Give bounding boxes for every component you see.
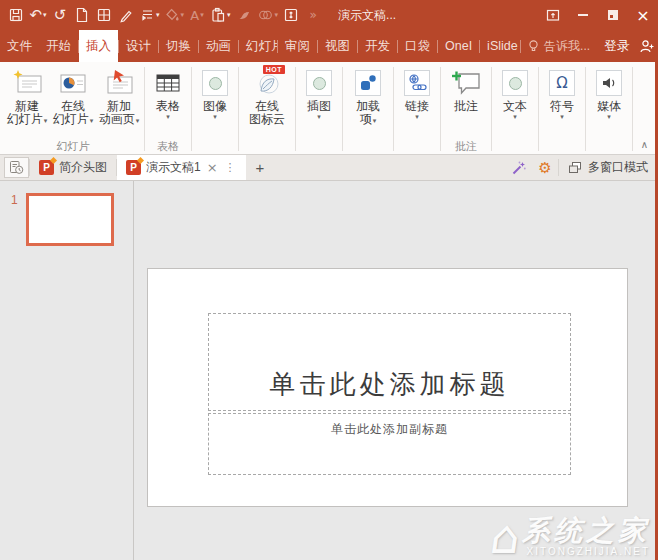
- tab-view[interactable]: 视图: [318, 30, 357, 62]
- title-placeholder[interactable]: 单击此处添加标题: [208, 313, 571, 411]
- person-plus-icon: [639, 39, 655, 54]
- font-color-dropdown-caret[interactable]: ▾: [200, 11, 204, 19]
- tab-animations[interactable]: 动画: [199, 30, 238, 62]
- tab-design[interactable]: 设计: [119, 30, 158, 62]
- undo-dropdown-caret[interactable]: ▾: [43, 11, 47, 19]
- tab-islide[interactable]: iSlide: [480, 30, 520, 62]
- list-settings-button[interactable]: ▾: [137, 2, 162, 28]
- save-button[interactable]: [5, 2, 27, 28]
- ribbon-group-icon-cloud: HOT 在线 图标云: [241, 64, 293, 154]
- online-icon-cloud-button[interactable]: HOT 在线 图标云: [241, 64, 293, 139]
- dropdown-caret[interactable]: ▾: [317, 113, 321, 121]
- dropdown-caret[interactable]: ▾: [607, 113, 611, 121]
- sign-in-button[interactable]: 登录: [596, 30, 637, 62]
- tab-review[interactable]: 审阅: [278, 30, 317, 62]
- combine-shapes-button[interactable]: ▾: [255, 2, 281, 28]
- links-button[interactable]: 链接 ▾: [396, 64, 438, 139]
- doc-tab-menu-icon[interactable]: ⋮: [224, 161, 237, 174]
- ribbon-divider: [585, 67, 586, 151]
- dropdown-caret[interactable]: ▾: [136, 117, 140, 125]
- ribbon-divider: [295, 67, 296, 151]
- maximize-button[interactable]: [598, 0, 628, 30]
- list-settings-dropdown-caret[interactable]: ▾: [156, 11, 160, 19]
- new-animation-page-button[interactable]: 新加 动画页▾: [96, 64, 142, 139]
- doc-tab-presentation1[interactable]: P 演示文稿1 × ⋮: [117, 155, 246, 180]
- collapse-ribbon-button[interactable]: ∧: [641, 139, 648, 150]
- table-button[interactable]: 表格 ▾: [147, 64, 189, 139]
- fit-window-button[interactable]: [280, 2, 302, 28]
- new-doc-tab-button[interactable]: +: [246, 155, 275, 180]
- dropdown-caret[interactable]: ▾: [373, 117, 377, 125]
- screen-switch-button[interactable]: [538, 0, 568, 30]
- layout-grid-button[interactable]: [93, 2, 115, 28]
- magic-wand-icon: [511, 160, 527, 176]
- combine-shapes-dropdown-caret[interactable]: ▾: [275, 11, 279, 19]
- doc-tab-intro[interactable]: P 简介头图: [30, 155, 116, 180]
- multi-window-mode-button[interactable]: 多窗口模式: [559, 155, 658, 180]
- spark-icon: [50, 157, 57, 164]
- dropdown-caret[interactable]: ▾: [415, 113, 419, 121]
- tab-developer[interactable]: 开发: [358, 30, 397, 62]
- ribbon-group-image: 图像 ▾: [194, 64, 236, 154]
- minimize-icon: [578, 14, 588, 16]
- tab-insert[interactable]: 插入: [79, 30, 118, 62]
- paste-icon: [210, 7, 226, 23]
- symbol-button[interactable]: Ω 符号 ▾: [541, 64, 583, 139]
- subtitle-placeholder-text: 单击此处添加副标题: [331, 422, 448, 436]
- slide-thumbnail[interactable]: [26, 193, 114, 246]
- button-label: 动画页: [99, 112, 135, 126]
- dropdown-caret[interactable]: ▾: [213, 113, 217, 121]
- tab-file[interactable]: 文件: [0, 30, 39, 62]
- minimize-button[interactable]: [568, 0, 598, 30]
- add-ins-button[interactable]: 加载 项▾: [345, 64, 391, 139]
- comment-button[interactable]: 批注: [443, 64, 489, 139]
- slide-canvas[interactable]: 单击此处添加标题 单击此处添加副标题: [147, 268, 628, 507]
- ribbon-group-slides: 新建 幻灯片▾ 在线 幻灯片▾ 新加 动画页▾ 幻灯片: [4, 64, 142, 154]
- close-doc-tab-icon[interactable]: ×: [206, 160, 219, 175]
- dropdown-caret[interactable]: ▾: [90, 117, 94, 125]
- tab-onei[interactable]: OneI: [438, 30, 479, 62]
- close-button[interactable]: ×: [628, 0, 658, 30]
- dropdown-caret[interactable]: ▾: [560, 113, 564, 121]
- multi-window-label: 多窗口模式: [588, 159, 648, 176]
- tell-me-label: 告诉我...: [544, 38, 590, 55]
- text-button[interactable]: 文本 ▾: [494, 64, 536, 139]
- media-button[interactable]: 媒体 ▾: [588, 64, 630, 139]
- more-icon: »: [309, 9, 316, 21]
- tell-me-button[interactable]: 告诉我...: [521, 30, 596, 62]
- doc-tab-label: 演示文稿1: [146, 159, 201, 176]
- illustration-button[interactable]: 插图 ▾: [298, 64, 340, 139]
- screen-switch-icon: [545, 7, 561, 23]
- dropdown-caret[interactable]: ▾: [513, 113, 517, 121]
- paste-dropdown-caret[interactable]: ▾: [227, 11, 231, 19]
- ribbon-group-label: [541, 139, 583, 154]
- format-painter-button[interactable]: [115, 2, 137, 28]
- add-ins-icon: [355, 67, 381, 99]
- slide-editing-area: 单击此处添加标题 单击此处添加副标题 ⌂ 系统之家 XITONGZHIJIA.N…: [134, 181, 658, 560]
- fill-color-button[interactable]: ▾: [162, 2, 187, 28]
- new-slide-button[interactable]: 新建 幻灯片▾: [4, 64, 50, 139]
- more-commands-button[interactable]: »: [302, 2, 324, 28]
- ribbon-divider: [144, 67, 145, 151]
- tab-slideshow[interactable]: 幻灯片: [239, 30, 277, 62]
- tab-transitions[interactable]: 切换: [159, 30, 198, 62]
- online-slides-button[interactable]: 在线 幻灯片▾: [50, 64, 96, 139]
- image-button[interactable]: 图像 ▾: [194, 64, 236, 139]
- new-file-button[interactable]: [71, 2, 93, 28]
- tab-pocket[interactable]: 口袋: [398, 30, 437, 62]
- redo-button[interactable]: ↺: [49, 2, 71, 28]
- settings-button[interactable]: ⚙: [532, 155, 558, 180]
- tab-home[interactable]: 开始: [39, 30, 78, 62]
- undo-button[interactable]: ↶ ▾: [27, 2, 49, 28]
- recent-files-button[interactable]: [4, 157, 29, 178]
- magic-wand-button[interactable]: [506, 155, 532, 180]
- fill-color-dropdown-caret[interactable]: ▾: [181, 11, 185, 19]
- speaker-icon: [596, 67, 622, 99]
- beautify-brush-button[interactable]: [233, 2, 255, 28]
- dropdown-caret[interactable]: ▾: [166, 113, 170, 121]
- subtitle-placeholder[interactable]: 单击此处添加副标题: [208, 413, 571, 475]
- fit-window-icon: [283, 7, 299, 23]
- font-color-button[interactable]: A ▾: [186, 2, 208, 28]
- paste-button[interactable]: ▾: [208, 2, 233, 28]
- dropdown-caret[interactable]: ▾: [44, 117, 48, 125]
